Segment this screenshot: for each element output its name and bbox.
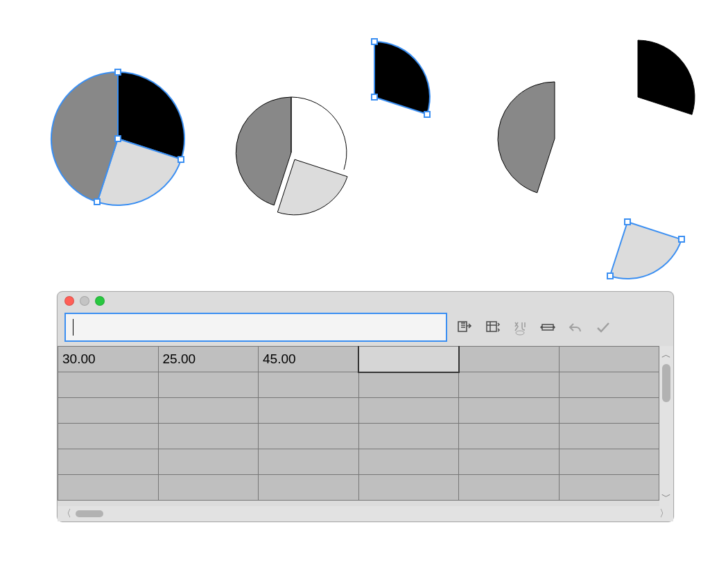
scroll-up-arrow[interactable]: ︿ (661, 349, 671, 361)
window-titlebar[interactable] (58, 292, 673, 310)
import-data-icon[interactable] (454, 317, 475, 338)
table-cell[interactable] (459, 372, 560, 398)
pie-3-slice-dark[interactable] (498, 82, 555, 193)
table-cell[interactable] (358, 424, 459, 449)
confirm-icon[interactable] (593, 317, 614, 338)
table-cell[interactable] (559, 398, 659, 424)
pie-2-slice-black-selected[interactable] (374, 42, 430, 114)
selection-handle[interactable] (678, 236, 685, 243)
table-row (58, 398, 659, 424)
horizontal-scrollbar[interactable]: 〈 〉 (58, 506, 673, 521)
table-cell[interactable] (559, 449, 659, 475)
graph-data-window: 30.0025.0045.00 ︿ ﹀ 〈 〉 (57, 291, 674, 522)
data-grid-area: 30.0025.0045.00 ︿ ﹀ (58, 346, 673, 506)
window-minimize-button[interactable] (80, 296, 89, 306)
selection-handle[interactable] (371, 38, 378, 45)
selection-handle[interactable] (424, 111, 431, 118)
data-toolbar (58, 310, 673, 346)
data-table[interactable]: 30.0025.0045.00 (58, 346, 659, 501)
table-cell[interactable] (158, 372, 259, 398)
selection-handle[interactable] (371, 94, 378, 101)
table-row: 30.0025.0045.00 (58, 347, 659, 372)
table-cell[interactable] (58, 449, 159, 475)
selection-handle[interactable] (114, 135, 121, 142)
selection-handle[interactable] (94, 198, 101, 205)
horizontal-scroll-thumb[interactable] (76, 510, 103, 517)
table-row (58, 424, 659, 449)
canvas-area[interactable] (0, 0, 728, 284)
formula-input[interactable] (64, 313, 447, 342)
selection-handle[interactable] (624, 218, 631, 225)
table-cell[interactable] (58, 475, 159, 501)
pie-2-slice-dark[interactable] (236, 97, 291, 205)
undo-icon[interactable] (565, 317, 586, 338)
window-close-button[interactable] (64, 296, 74, 306)
scroll-left-arrow[interactable]: 〈 (62, 508, 71, 520)
table-cell[interactable] (358, 398, 459, 424)
pie-3-slice-light-selected[interactable] (610, 222, 682, 279)
selection-handle[interactable] (114, 69, 121, 76)
table-cell[interactable] (559, 372, 659, 398)
table-cell[interactable] (158, 424, 259, 449)
table-cell[interactable] (259, 372, 359, 398)
scroll-right-arrow[interactable]: 〉 (659, 508, 669, 520)
window-zoom-button[interactable] (95, 296, 105, 306)
table-cell[interactable] (259, 475, 359, 501)
table-cell[interactable]: 25.00 (158, 347, 259, 372)
table-cell[interactable] (559, 347, 659, 372)
pie-2-slice-light[interactable] (277, 159, 347, 215)
table-cell[interactable] (259, 398, 359, 424)
pie-2[interactable] (215, 38, 444, 239)
table-cell[interactable] (58, 398, 159, 424)
table-cell[interactable]: 30.00 (58, 347, 159, 372)
table-cell[interactable] (559, 475, 659, 501)
table-row (58, 475, 659, 501)
pie-3[interactable] (465, 28, 714, 284)
swap-rows-cols-icon[interactable] (482, 317, 503, 338)
table-cell[interactable] (459, 475, 560, 501)
pie-1-selected[interactable] (49, 52, 201, 225)
vertical-scrollbar[interactable]: ︿ ﹀ (659, 346, 673, 506)
table-cell[interactable] (58, 424, 159, 449)
scroll-down-arrow[interactable]: ﹀ (661, 491, 671, 503)
selection-handle[interactable] (607, 272, 614, 279)
table-cell[interactable] (158, 449, 259, 475)
table-cell[interactable] (459, 347, 560, 372)
table-row (58, 372, 659, 398)
selection-handle[interactable] (177, 156, 184, 163)
cell-size-icon[interactable] (537, 317, 558, 338)
table-cell[interactable] (459, 424, 560, 449)
table-cell[interactable] (259, 424, 359, 449)
table-row (58, 449, 659, 475)
table-cell[interactable] (358, 449, 459, 475)
pie-3-slice-black[interactable] (638, 40, 695, 114)
table-cell[interactable] (358, 347, 459, 372)
table-cell[interactable] (259, 449, 359, 475)
table-cell[interactable] (459, 398, 560, 424)
table-cell[interactable] (459, 449, 560, 475)
table-cell[interactable] (158, 475, 259, 501)
table-cell[interactable]: 45.00 (259, 347, 359, 372)
table-cell[interactable] (158, 398, 259, 424)
table-cell[interactable] (559, 424, 659, 449)
table-cell[interactable] (358, 475, 459, 501)
vertical-scroll-thumb[interactable] (662, 364, 670, 402)
table-cell[interactable] (58, 372, 159, 398)
table-cell[interactable] (358, 372, 459, 398)
swap-xy-icon[interactable] (510, 317, 530, 338)
